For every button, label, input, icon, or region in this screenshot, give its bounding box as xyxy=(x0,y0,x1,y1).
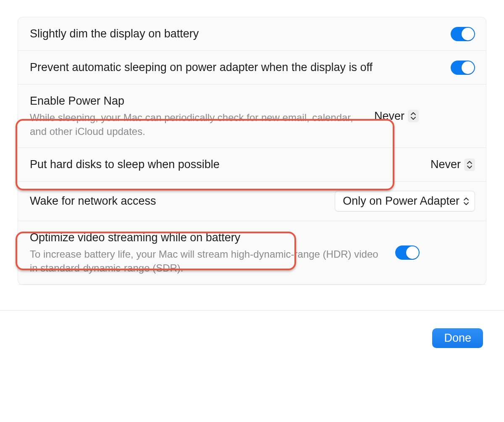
row-optimize-video: Optimize video streaming while on batter… xyxy=(18,221,486,285)
hard-disks-select[interactable]: Never xyxy=(430,158,475,171)
settings-panel: Slightly dim the display on battery Prev… xyxy=(18,17,486,285)
power-nap-label: Enable Power Nap xyxy=(30,94,366,108)
optimize-video-label: Optimize video streaming while on batter… xyxy=(30,230,387,245)
prevent-sleep-toggle[interactable] xyxy=(451,61,475,75)
power-nap-select[interactable]: Never xyxy=(374,110,419,123)
wake-network-label: Wake for network access xyxy=(30,194,326,208)
wake-network-select[interactable]: Only on Power Adapter xyxy=(335,191,475,211)
hard-disks-label: Put hard disks to sleep when possible xyxy=(30,157,422,172)
dim-display-toggle[interactable] xyxy=(451,27,475,41)
done-button[interactable]: Done xyxy=(432,328,483,348)
optimize-video-desc: To increase battery life, your Mac will … xyxy=(30,248,387,275)
row-prevent-sleep: Prevent automatic sleeping on power adap… xyxy=(18,51,486,84)
up-down-chevron-icon xyxy=(464,158,475,171)
optimize-video-toggle[interactable] xyxy=(395,245,420,260)
wake-network-value: Only on Power Adapter xyxy=(343,195,459,208)
up-down-chevron-icon xyxy=(408,110,419,122)
row-wake-network: Wake for network access Only on Power Ad… xyxy=(18,182,486,221)
up-down-chevron-icon xyxy=(464,198,469,205)
row-dim-display: Slightly dim the display on battery xyxy=(18,17,486,51)
dim-display-label: Slightly dim the display on battery xyxy=(30,26,442,41)
row-hard-disks: Put hard disks to sleep when possible Ne… xyxy=(18,148,486,182)
power-nap-desc: While sleeping, your Mac can periodicall… xyxy=(30,111,366,138)
power-nap-value: Never xyxy=(374,110,404,123)
prevent-sleep-label: Prevent automatic sleeping on power adap… xyxy=(30,60,374,75)
row-power-nap: Enable Power Nap While sleeping, your Ma… xyxy=(18,84,486,148)
hard-disks-value: Never xyxy=(430,158,461,171)
